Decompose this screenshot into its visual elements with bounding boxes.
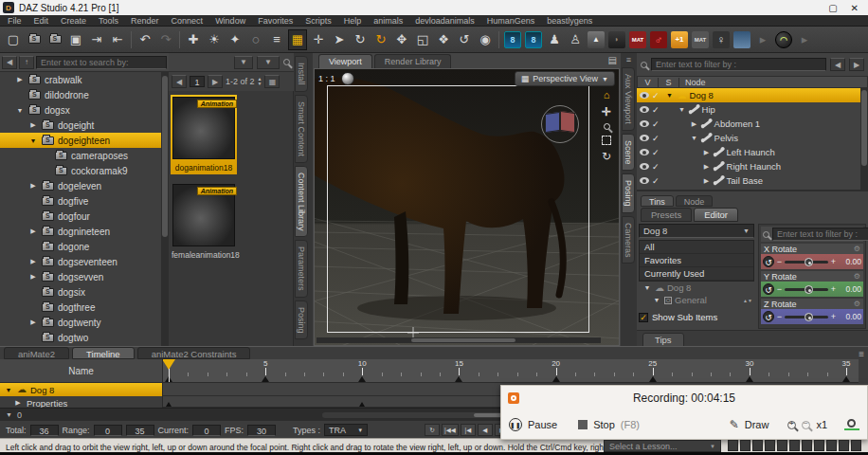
scroll-right-b-icon[interactable]: ▸ bbox=[795, 29, 814, 50]
status-mini-button-5[interactable] bbox=[789, 440, 800, 451]
scene-node-hip[interactable]: ✓▼Hip bbox=[637, 102, 860, 117]
slider-handle[interactable] bbox=[805, 258, 813, 266]
universal-tool-icon[interactable]: ✛ bbox=[309, 29, 328, 50]
thumbnail-femaleanimation18[interactable]: Animationfemaleanimation18 bbox=[171, 182, 237, 262]
collapse-icon[interactable]: ▼ bbox=[6, 411, 12, 418]
thumb-view-button[interactable]: ▦ bbox=[264, 75, 280, 88]
viewport-body[interactable]: 1 : 1 ▦ Perspective View ▼ ⌂ ✛ ↻ bbox=[314, 68, 620, 346]
property-keyframe[interactable] bbox=[359, 402, 365, 407]
scene-filter-input[interactable] bbox=[651, 58, 826, 71]
tree-item-dogfour[interactable]: dogfour bbox=[0, 209, 161, 224]
filter-dropdown[interactable]: ▼ bbox=[257, 56, 280, 69]
fps-field[interactable]: 30 bbox=[247, 425, 276, 436]
menu-edit[interactable]: Edit bbox=[34, 16, 49, 26]
tree-item-crabwalk[interactable]: ▶crabwalk bbox=[0, 72, 161, 87]
tab-posing[interactable]: Posing bbox=[622, 173, 635, 213]
gear-icon[interactable]: ⚙ bbox=[854, 300, 860, 308]
menu-render[interactable]: Render bbox=[131, 16, 159, 26]
zoom-icon[interactable] bbox=[604, 123, 610, 130]
slider-track[interactable] bbox=[785, 288, 828, 291]
menu-create[interactable]: Create bbox=[61, 16, 86, 26]
tab-scene[interactable]: Scene bbox=[622, 134, 635, 172]
tree-item-dogseventeen[interactable]: ▶dogseventeen bbox=[0, 254, 161, 269]
node-arrow-icon[interactable]: ▶ bbox=[690, 120, 699, 128]
rotate-cycle-icon[interactable]: ↺ bbox=[763, 283, 774, 295]
viewport-8-a-icon[interactable]: 8 bbox=[503, 29, 522, 50]
tab-tins[interactable]: Tins bbox=[641, 195, 674, 207]
status-mini-button-6[interactable] bbox=[802, 440, 812, 451]
open-file-icon[interactable] bbox=[25, 29, 44, 50]
status-mini-button-2[interactable] bbox=[752, 440, 763, 451]
tab-presets[interactable]: Presets bbox=[641, 208, 692, 222]
tab-posing[interactable]: Posing bbox=[295, 300, 308, 340]
new-file-icon[interactable]: ▢ bbox=[4, 29, 23, 50]
playback-button-2[interactable]: |◀ bbox=[461, 424, 476, 436]
page-next-button[interactable]: ▶ bbox=[208, 75, 223, 88]
keyframe-marker[interactable] bbox=[649, 376, 657, 382]
playback-button-0[interactable]: ↻ bbox=[425, 424, 440, 436]
zoom-in-icon[interactable]: + bbox=[787, 421, 796, 429]
draw-button[interactable]: Draw bbox=[745, 419, 769, 430]
tab-parameters[interactable]: Parameters bbox=[295, 240, 308, 298]
node-arrow-icon[interactable]: ▼ bbox=[665, 92, 675, 99]
property-keyframe[interactable] bbox=[166, 402, 172, 407]
maximize-icon[interactable]: ▢ bbox=[828, 3, 837, 13]
lesson-dropdown[interactable]: Select a Lesson... ▼ bbox=[604, 440, 721, 452]
keyframe-marker[interactable] bbox=[262, 376, 269, 382]
scene-thumb-icon[interactable] bbox=[732, 29, 751, 50]
visibility-eye-icon[interactable] bbox=[640, 92, 649, 99]
create-prop-icon[interactable]: ✦ bbox=[226, 29, 244, 50]
slider-value[interactable]: 0.00 bbox=[839, 284, 861, 294]
status-mini-button-3[interactable] bbox=[765, 440, 775, 451]
node-arrow-icon[interactable]: ▼ bbox=[678, 106, 687, 113]
slider-plus-button[interactable]: + bbox=[830, 312, 837, 321]
visibility-eye-icon[interactable] bbox=[640, 163, 649, 170]
save-file-icon[interactable]: ▣ bbox=[66, 29, 85, 50]
viewcube-home-icon[interactable]: ⌂ bbox=[604, 90, 610, 100]
pause-button[interactable]: Pause bbox=[528, 419, 557, 430]
orbit-icon[interactable]: ↻ bbox=[602, 151, 611, 162]
tree-item-dogeleven[interactable]: ▶dogeleven bbox=[0, 178, 161, 193]
tree-item-dogone[interactable]: dogone bbox=[0, 239, 161, 254]
viewport-dock-icon[interactable]: ▤ bbox=[608, 55, 617, 65]
tree-item-dildodrone[interactable]: dildodrone bbox=[0, 87, 161, 102]
tips-tab[interactable]: Tips bbox=[642, 333, 684, 347]
tree-item-dogfive[interactable]: dogfive bbox=[0, 193, 161, 209]
scene-node-abdomen-1[interactable]: ✓▶Abdomen 1 bbox=[637, 117, 860, 131]
menu-beastlygens[interactable]: beastlygens bbox=[547, 16, 592, 26]
selection-cursor-icon[interactable]: ✓ bbox=[652, 134, 660, 143]
menu-animals[interactable]: animals bbox=[373, 16, 403, 26]
tree-arrow-icon[interactable]: ▶ bbox=[28, 228, 38, 235]
visibility-eye-icon[interactable] bbox=[640, 135, 649, 141]
tree-arrow-icon[interactable]: ▶ bbox=[28, 182, 38, 190]
tab-cameras[interactable]: Cameras bbox=[622, 216, 635, 264]
visibility-eye-icon[interactable] bbox=[640, 120, 649, 127]
keyframe-marker[interactable] bbox=[552, 376, 560, 382]
slider-track[interactable] bbox=[785, 261, 828, 264]
selection-cursor-icon[interactable]: ✓ bbox=[652, 148, 660, 157]
group-item-favorites[interactable]: Favorites bbox=[640, 254, 753, 267]
mat-copy-red-icon[interactable]: MAT bbox=[628, 29, 647, 50]
save-plus-one-icon[interactable]: +1 bbox=[670, 29, 689, 50]
scene-node-right-haunch[interactable]: ✓▶Right Haunch bbox=[637, 159, 860, 173]
tree-arrow-icon[interactable]: ▼ bbox=[642, 284, 652, 291]
tree-arrow-icon[interactable]: ▶ bbox=[28, 121, 38, 129]
page-number[interactable]: 1 bbox=[190, 76, 205, 87]
checkbox-icon[interactable]: ✓ bbox=[639, 313, 648, 322]
mat-copy-gray-icon[interactable]: MAT bbox=[691, 29, 710, 50]
slider-plus-button[interactable]: + bbox=[830, 284, 837, 294]
tree-item-dogeighteen[interactable]: ▼dogeighteen bbox=[0, 133, 161, 148]
tree-item-dogtwenty[interactable]: ▶dogtwenty bbox=[0, 315, 161, 330]
tree-item-cockoramak9[interactable]: cockoramak9 bbox=[0, 163, 161, 178]
content-tree-scrollbar[interactable] bbox=[161, 72, 169, 346]
slider-handle[interactable] bbox=[805, 313, 813, 321]
timeline-ruler[interactable]: 05101520253035 bbox=[163, 359, 859, 383]
tree-arrow-icon[interactable]: ▶ bbox=[15, 76, 25, 83]
translate-tool-icon[interactable]: ✥ bbox=[392, 29, 411, 50]
scroll-right-a-icon[interactable]: ▸ bbox=[753, 29, 772, 50]
scene-prev-button[interactable]: ◀ bbox=[830, 58, 845, 71]
menu-devloadanimals[interactable]: devloadanimals bbox=[415, 16, 475, 26]
row-arrow-icon[interactable]: ▶ bbox=[13, 399, 23, 407]
menu-favorites[interactable]: Favorites bbox=[258, 16, 293, 26]
scene-next-button[interactable]: ▶ bbox=[849, 58, 864, 71]
